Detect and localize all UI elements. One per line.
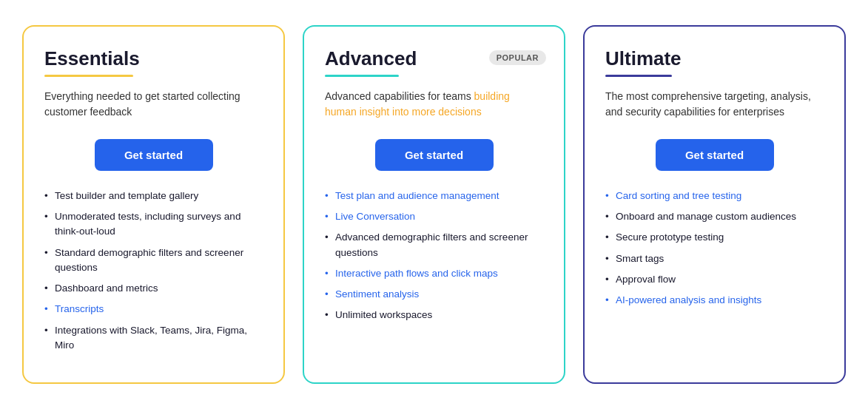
list-item: Interactive path flows and click maps	[325, 266, 543, 281]
list-item: Standard demographic filters and screene…	[44, 246, 263, 276]
list-item: Card sorting and tree testing	[605, 189, 824, 203]
advanced-get-started-button[interactable]: Get started	[375, 139, 494, 171]
list-item: Secure prototype testing	[605, 230, 824, 245]
list-item: Integrations with Slack, Teams, Jira, Fi…	[44, 323, 263, 354]
essentials-get-started-button[interactable]: Get started	[95, 139, 213, 171]
ultimate-desc-text: The most comprehensive targeting, analys…	[605, 90, 811, 118]
popular-badge: POPULAR	[489, 50, 546, 65]
essentials-desc-text: Everything needed to get started collect…	[44, 90, 240, 118]
essentials-features: Test builder and template gallery Unmode…	[44, 189, 263, 353]
list-item: Approval flow	[605, 272, 824, 287]
advanced-desc-plain: Advanced capabilities for teams	[325, 90, 474, 102]
pricing-cards: Essentials Everything needed to get star…	[22, 25, 846, 384]
list-item: Dashboard and metrics	[44, 281, 263, 296]
list-item: Advanced demographic filters and screene…	[325, 230, 543, 260]
list-item: Test builder and template gallery	[44, 189, 263, 203]
essentials-underline	[44, 75, 133, 77]
list-item: Test plan and audience management	[325, 189, 543, 203]
list-item: Unlimited workspaces	[325, 308, 543, 322]
advanced-underline	[325, 75, 399, 77]
ultimate-description: The most comprehensive targeting, analys…	[605, 89, 824, 124]
list-item: Smart tags	[605, 251, 824, 266]
advanced-features: Test plan and audience management Live C…	[325, 189, 543, 323]
ultimate-title: Ultimate	[605, 47, 824, 70]
list-item: Unmoderated tests, including surveys and…	[44, 209, 263, 240]
card-essentials: Essentials Everything needed to get star…	[22, 25, 285, 384]
ultimate-get-started-button[interactable]: Get started	[656, 139, 774, 171]
list-item: Live Conversation	[325, 209, 543, 224]
essentials-title: Essentials	[44, 47, 263, 70]
advanced-description: Advanced capabilities for teams building…	[325, 89, 543, 124]
card-ultimate: Ultimate The most comprehensive targetin…	[583, 25, 846, 384]
list-item: Sentiment analysis	[325, 287, 543, 302]
card-advanced: Advanced POPULAR Advanced capabilities f…	[303, 25, 565, 384]
ultimate-underline	[605, 75, 672, 77]
essentials-description: Everything needed to get started collect…	[44, 89, 263, 124]
ultimate-features: Card sorting and tree testing Onboard an…	[605, 189, 824, 308]
list-item: Onboard and manage custom audiences	[605, 209, 824, 224]
list-item: AI-powered analysis and insights	[605, 293, 824, 308]
list-item: Transcripts	[44, 302, 263, 317]
